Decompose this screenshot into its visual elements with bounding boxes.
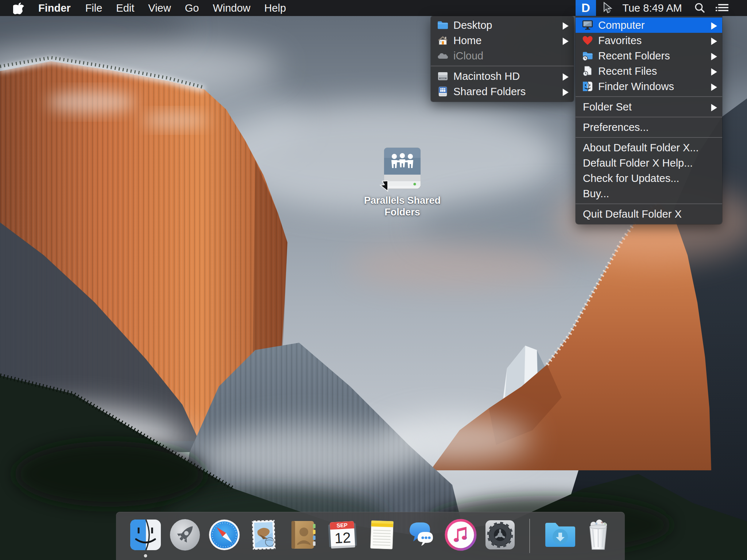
trash-full-icon [584, 518, 612, 552]
submenu-arrow-icon: ▶ [563, 20, 569, 31]
menu-item-help[interactable]: Default Folder X Help... [576, 155, 722, 171]
desktop-screen: Finder File Edit View Go Window Help D T… [0, 0, 747, 560]
menu-item-label: Check for Updates... [583, 172, 717, 184]
dock-messages[interactable] [405, 518, 438, 552]
shared-drive-icon [437, 85, 449, 98]
submenu-item-shared-folders[interactable]: Shared Folders ▶ [431, 84, 574, 99]
menu-item-label: Finder Windows [598, 81, 708, 93]
menu-item-label: Macintosh HD [453, 70, 559, 82]
home-icon [437, 34, 449, 47]
menu-item-label: Preferences... [583, 121, 717, 133]
submenu-item-macintosh-hd[interactable]: Macintosh HD ▶ [431, 69, 574, 84]
dock-launchpad[interactable] [168, 518, 202, 552]
dock-trash[interactable] [584, 518, 612, 552]
file-clock-icon [581, 65, 594, 77]
menu-item-finder-windows[interactable]: Finder Windows ▶ [576, 79, 722, 94]
submenu-arrow-icon: ▶ [563, 71, 569, 82]
menu-separator [576, 203, 722, 204]
menu-item-about[interactable]: About Default Folder X... [576, 140, 722, 155]
menu-item-folder-set[interactable]: Folder Set ▶ [576, 99, 722, 114]
dock-itunes[interactable] [444, 518, 477, 552]
menu-separator [431, 66, 574, 66]
submenu-item-desktop[interactable]: Desktop ▶ [431, 18, 574, 33]
finder-icon [129, 518, 162, 552]
desktop-icon-parallels-shared-folders[interactable]: Parallels Shared Folders [348, 147, 457, 218]
dock-notes[interactable] [365, 518, 399, 552]
dock-safari[interactable] [208, 518, 241, 552]
dock-downloads-folder[interactable] [542, 518, 578, 552]
dock-finder[interactable] [129, 518, 162, 552]
mail-icon [247, 518, 280, 552]
menu-window[interactable]: Window [206, 0, 257, 16]
spotlight-status-item[interactable] [692, 0, 708, 16]
menu-item-label: Recent Files [598, 65, 708, 77]
heart-icon [581, 34, 594, 47]
menu-item-check-updates[interactable]: Check for Updates... [576, 171, 722, 186]
menu-go[interactable]: Go [178, 0, 206, 16]
menu-item-recent-files[interactable]: Recent Files ▶ [576, 63, 722, 79]
finder-face-icon [581, 80, 594, 93]
submenu-item-home[interactable]: Home ▶ [431, 33, 574, 48]
menu-item-quit[interactable]: Quit Default Folder X [576, 206, 722, 222]
notification-center-status-item[interactable] [712, 0, 733, 16]
submenu-arrow-icon: ▶ [711, 50, 717, 61]
pointer-status-item[interactable] [600, 0, 616, 16]
clock-status-item[interactable]: Tue 8:49 AM [619, 0, 685, 16]
menu-item-preferences[interactable]: Preferences... [576, 120, 722, 135]
cloud-icon [437, 50, 449, 62]
dock-separator [529, 519, 530, 553]
menu-edit[interactable]: Edit [109, 0, 141, 16]
default-folder-x-icon: D [581, 1, 590, 15]
menu-item-label: Folder Set [583, 101, 708, 113]
dock-contacts[interactable] [286, 518, 320, 552]
svg-text:12: 12 [334, 529, 351, 546]
menu-item-label: Favorites [598, 35, 708, 47]
menu-item-label: Computer [598, 19, 708, 31]
default-folder-x-menu: Computer ▶ Favorites ▶ Rec [576, 16, 722, 224]
downloads-folder-icon [542, 518, 578, 552]
submenu-arrow-icon: ▶ [711, 81, 717, 92]
dock-mail[interactable] [247, 518, 280, 552]
desktop-icon-label: Parallels Shared Folders [348, 195, 457, 218]
folder-icon [437, 19, 449, 31]
menu-bar-clock: Tue 8:49 AM [622, 2, 682, 14]
menu-app-name[interactable]: Finder [31, 0, 78, 16]
search-icon [694, 2, 705, 14]
menu-item-label: iCloud [453, 50, 569, 62]
system-preferences-icon [483, 518, 517, 552]
calendar-icon: SEP 12 [326, 518, 359, 552]
submenu-arrow-icon: ▶ [711, 35, 717, 46]
menu-view[interactable]: View [141, 0, 178, 16]
submenu-arrow-icon: ▶ [563, 86, 569, 97]
default-folder-x-status-item[interactable]: D [576, 0, 596, 16]
menu-item-label: Shared Folders [453, 86, 559, 98]
folder-clock-icon [581, 50, 594, 62]
menu-separator [576, 137, 722, 138]
menu-item-computer[interactable]: Computer ▶ [576, 18, 722, 33]
menu-help[interactable]: Help [258, 0, 293, 16]
launchpad-icon [168, 518, 202, 552]
contacts-icon [286, 518, 320, 552]
dock-calendar[interactable]: SEP 12 [326, 518, 359, 552]
submenu-arrow-icon: ▶ [563, 35, 569, 46]
safari-icon [208, 518, 241, 552]
computer-submenu: Desktop ▶ Home ▶ iCloud [431, 16, 574, 102]
itunes-icon [444, 518, 477, 552]
menu-item-favorites[interactable]: Favorites ▶ [576, 33, 722, 48]
menu-item-label: Quit Default Folder X [583, 208, 717, 220]
menu-file[interactable]: File [78, 0, 109, 16]
apple-menu[interactable] [13, 0, 31, 16]
menu-item-buy[interactable]: Buy... [576, 186, 722, 201]
menu-item-label: About Default Folder X... [583, 142, 717, 154]
menu-item-recent-folders[interactable]: Recent Folders ▶ [576, 48, 722, 63]
submenu-arrow-icon: ▶ [711, 66, 717, 77]
menu-item-label: Default Folder X Help... [583, 157, 717, 169]
dock-system-preferences[interactable] [483, 518, 517, 552]
mouse-cursor-icon [378, 179, 389, 192]
menu-item-label: Recent Folders [598, 50, 708, 62]
menu-bar-left: Finder File Edit View Go Window Help [0, 0, 293, 16]
svg-text:SEP: SEP [336, 522, 348, 529]
menu-item-label: Home [453, 35, 559, 47]
submenu-item-icloud: iCloud [431, 48, 574, 63]
menu-item-label: Buy... [583, 188, 717, 200]
